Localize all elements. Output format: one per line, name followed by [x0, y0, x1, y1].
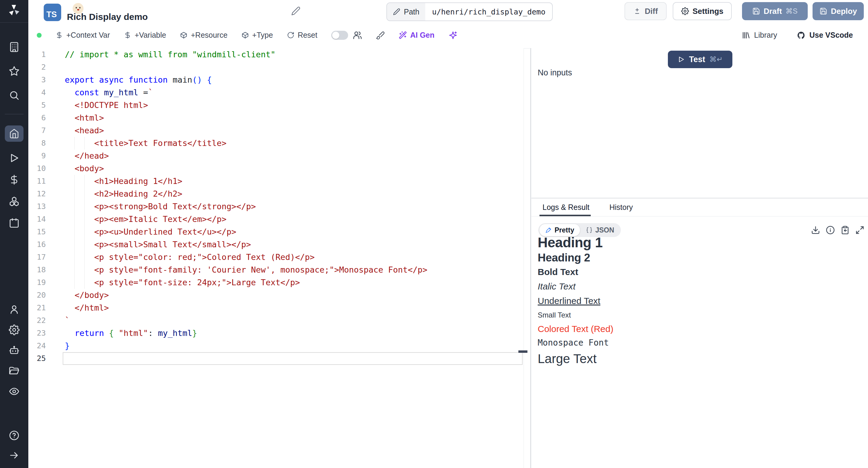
sidebar-group-admin	[0, 304, 28, 397]
code-line[interactable]: 3export async function main() {	[28, 74, 524, 86]
code-line[interactable]: 8 <title>Text Formats</title>	[28, 137, 524, 150]
tab-history[interactable]: History	[610, 198, 633, 216]
code-editor[interactable]: 1// import * as wmill from "windmill-cli…	[28, 48, 524, 468]
code-line[interactable]: 22`	[28, 314, 524, 327]
brush-icon[interactable]	[376, 31, 385, 40]
ai-gen-button[interactable]: AI Gen	[399, 31, 435, 39]
sidebar	[0, 0, 28, 468]
test-button-label: Test	[689, 55, 705, 64]
wand-icon	[399, 31, 407, 39]
line-number: 21	[28, 301, 46, 314]
download-icon[interactable]	[811, 226, 820, 235]
diff-button[interactable]: Diff	[624, 2, 667, 20]
add-variable-button[interactable]: +Variable	[124, 31, 166, 39]
sidebar-item-play[interactable]	[9, 153, 20, 164]
line-number: 9	[28, 150, 46, 162]
add-type-button[interactable]: +Type	[241, 31, 273, 39]
line-number: 15	[28, 226, 46, 238]
add-type-label: +Type	[252, 31, 273, 39]
line-number: 16	[28, 238, 46, 251]
windmill-script-editor: TS Rich Display demo Path u/henri/rich_d…	[0, 0, 868, 468]
code-line[interactable]: 23 return { "html": my_html}	[28, 327, 524, 340]
code-line[interactable]: 1// import * as wmill from "windmill-cli…	[28, 48, 524, 61]
toggle-switch[interactable]	[331, 31, 348, 40]
users-icon[interactable]	[353, 31, 362, 40]
draft-shortcut: ⌘S	[785, 7, 798, 16]
result-line-underline: Underlined Text	[538, 294, 613, 308]
sidebar-item-eye[interactable]	[9, 386, 20, 397]
code-line[interactable]: 25	[28, 352, 524, 365]
code-line[interactable]: 11 <h1>Heading 1</h1>	[28, 175, 524, 187]
code-line[interactable]: 13 <p><strong>Bold Text</strong></p>	[28, 200, 524, 213]
code-line[interactable]: 14 <p><em>Italic Text</em></p>	[28, 213, 524, 226]
vertical-splitter[interactable]	[530, 48, 531, 468]
script-path-field[interactable]: Path u/henri/rich_display_demo	[386, 2, 553, 21]
sidebar-item-boxes[interactable]	[9, 196, 20, 207]
code-line[interactable]: 6 <html>	[28, 112, 524, 124]
sidebar-item-user[interactable]	[9, 304, 20, 315]
sidebar-item-gear[interactable]	[9, 324, 20, 335]
sidebar-item-calendar[interactable]	[9, 218, 20, 229]
use-vscode-button[interactable]: Use VScode	[797, 31, 853, 39]
code-text: <!DOCTYPE html>	[46, 99, 148, 112]
code-line[interactable]: 12 <h2>Heading 2</h2>	[28, 187, 524, 200]
edit-title-icon[interactable]	[291, 6, 301, 16]
line-number: 17	[28, 251, 46, 264]
expand-icon[interactable]	[855, 226, 864, 235]
code-line[interactable]: 7 <head>	[28, 124, 524, 137]
code-line[interactable]: 19 <p style="font-size: 24px;">Large Tex…	[28, 276, 524, 289]
line-number: 8	[28, 137, 46, 150]
add-context-var-label: +Context Var	[66, 31, 110, 39]
code-line[interactable]: 20 </body>	[28, 289, 524, 301]
sparkles-icon[interactable]	[448, 31, 458, 40]
test-button[interactable]: Test ⌘↵	[668, 51, 733, 68]
code-line[interactable]: 5 <!DOCTYPE html>	[28, 99, 524, 112]
draft-button[interactable]: Draft ⌘S	[742, 2, 808, 20]
library-button[interactable]: Library	[742, 31, 777, 39]
copy-clipboard-icon[interactable]	[841, 226, 849, 235]
code-line[interactable]: 18 <p style="font-family: 'Courier New',…	[28, 264, 524, 276]
save-icon	[752, 7, 760, 15]
code-line[interactable]: 21 </html>	[28, 301, 524, 314]
path-label: Path	[404, 7, 419, 16]
windmill-logo[interactable]	[0, 3, 28, 17]
code-text: <p><small>Small Text</small></p>	[46, 238, 251, 251]
sidebar-item-help[interactable]	[9, 430, 20, 441]
code-line[interactable]: 4 const my_html =`	[28, 86, 524, 99]
rendered-result: Heading 1Heading 2Bold TextItalic TextUn…	[538, 234, 613, 368]
result-line-italic: Italic Text	[538, 279, 613, 294]
diff-button-label: Diff	[645, 7, 658, 16]
sidebar-item-home[interactable]	[5, 125, 24, 142]
code-line[interactable]: 9 </head>	[28, 150, 524, 162]
line-number: 14	[28, 213, 46, 226]
deploy-button[interactable]: Deploy	[812, 2, 864, 20]
code-text: <body>	[46, 162, 104, 175]
code-text: <p style="color: red;">Colored Text (Red…	[46, 251, 315, 264]
code-line[interactable]: 10 <body>	[28, 162, 524, 175]
line-number: 25	[28, 352, 46, 365]
sidebar-item-star[interactable]	[9, 66, 20, 77]
sidebar-item-building[interactable]	[9, 41, 20, 53]
sidebar-item-robot[interactable]	[9, 345, 20, 356]
code-line[interactable]: 15 <p><u>Underlined Text</u></p>	[28, 226, 524, 238]
code-text: const my_html =`	[46, 86, 153, 99]
settings-button-label: Settings	[692, 7, 724, 16]
line-number: 23	[28, 327, 46, 340]
deploy-button-label: Deploy	[831, 7, 857, 16]
code-line[interactable]: 17 <p style="color: red;">Colored Text (…	[28, 251, 524, 264]
path-value[interactable]: u/henri/rich_display_demo	[425, 3, 552, 21]
add-resource-button[interactable]: +Resource	[180, 31, 227, 39]
add-reset-button[interactable]: Reset	[287, 31, 317, 39]
sidebar-item-dollar[interactable]	[9, 174, 20, 185]
add-context-var-button[interactable]: +Context Var	[56, 31, 110, 39]
code-line[interactable]: 16 <p><small>Small Text</small></p>	[28, 238, 524, 251]
sidebar-item-arrow-right[interactable]	[9, 450, 20, 461]
settings-button[interactable]: Settings	[673, 2, 732, 20]
sidebar-item-search[interactable]	[9, 90, 20, 101]
code-line[interactable]: 24}	[28, 340, 524, 352]
sidebar-item-folder-open[interactable]	[9, 365, 20, 376]
code-line[interactable]: 2	[28, 61, 524, 74]
vscode-label: Use VScode	[809, 31, 853, 39]
info-icon[interactable]	[826, 226, 835, 235]
tab-logs-result[interactable]: Logs & Result	[542, 198, 590, 216]
